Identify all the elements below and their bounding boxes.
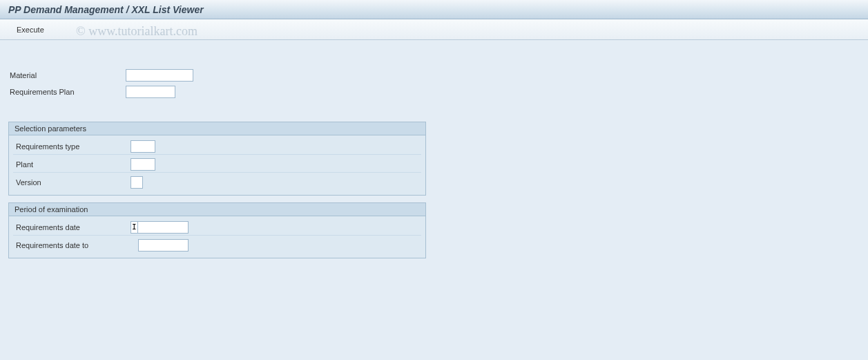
req-date-input[interactable] (138, 221, 189, 234)
version-label: Version (13, 178, 131, 187)
req-date-cursor-marker: I (131, 221, 138, 234)
reqplan-row: Requirements Plan (8, 84, 860, 100)
req-type-input[interactable] (131, 140, 155, 153)
version-input[interactable] (131, 176, 143, 189)
reqplan-label: Requirements Plan (8, 88, 126, 96)
req-date-to-row: Requirements date to (13, 237, 421, 254)
material-label: Material (8, 71, 126, 79)
period-examination-group: Period of examination Requirements date … (8, 202, 426, 258)
req-date-row: Requirements date I (13, 219, 421, 236)
execute-button[interactable]: Execute (11, 23, 50, 37)
req-type-label: Requirements type (13, 142, 131, 151)
req-type-row: Requirements type (13, 138, 421, 155)
selection-parameters-header: Selection parameters (9, 122, 425, 135)
req-date-label: Requirements date (13, 223, 131, 231)
selection-parameters-group: Selection parameters Requirements type P… (8, 122, 426, 196)
plant-input[interactable] (131, 158, 155, 171)
req-date-to-label: Requirements date to (13, 241, 131, 249)
plant-row: Plant (13, 156, 421, 173)
toolbar: Execute (0, 19, 868, 40)
reqplan-input[interactable] (126, 86, 175, 98)
period-examination-header: Period of examination (9, 203, 425, 216)
req-date-to-input[interactable] (138, 239, 189, 252)
page-title: PP Demand Management / XXL List Viewer (8, 4, 204, 15)
material-input[interactable] (126, 69, 193, 82)
material-row: Material (8, 68, 860, 83)
content-area: Material Requirements Plan Selection par… (0, 40, 868, 267)
plant-label: Plant (13, 160, 131, 169)
title-bar: PP Demand Management / XXL List Viewer (0, 0, 868, 19)
version-row: Version (13, 174, 421, 191)
